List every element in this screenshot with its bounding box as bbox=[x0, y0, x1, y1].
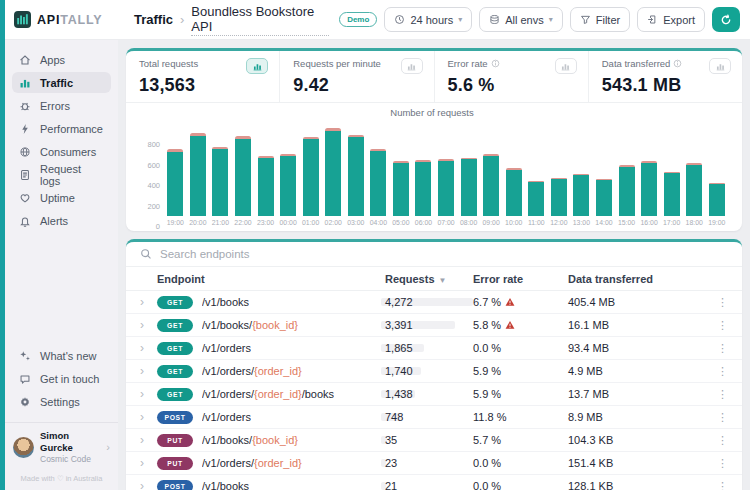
sidebar-item-performance[interactable]: Performance bbox=[12, 118, 111, 139]
endpoint-row[interactable]: ›GET/v1/orders/{order_id}/books1,4385.9 … bbox=[126, 383, 742, 406]
row-menu-button[interactable]: ⋮ bbox=[710, 296, 728, 309]
endpoint-row[interactable]: ›GET/v1/orders/{order_id}1,7405.9 %4.9 M… bbox=[126, 360, 742, 383]
app-logo[interactable]: APITALLY bbox=[5, 0, 118, 40]
row-menu-button[interactable]: ⋮ bbox=[710, 457, 728, 470]
error-rate-value: 5.9 % bbox=[473, 388, 501, 400]
breadcrumb-app-name[interactable]: Boundless Bookstore API bbox=[191, 4, 329, 36]
sidebar-item-alerts[interactable]: Alerts bbox=[12, 210, 111, 231]
chart-bar-success-segment bbox=[573, 175, 589, 216]
x-axis-tick: 19:00 bbox=[706, 219, 729, 226]
error-rate-value: 0.0 % bbox=[473, 457, 501, 469]
endpoint-row[interactable]: ›PUT/v1/orders/{order_id}230.0 %151.4 KB… bbox=[126, 452, 742, 475]
endpoint-row[interactable]: ›PUT/v1/books/{book_id}355.7 %104.3 KB⋮ bbox=[126, 429, 742, 452]
breadcrumb-section[interactable]: Traffic bbox=[134, 12, 173, 27]
info-icon bbox=[673, 59, 682, 68]
refresh-button[interactable] bbox=[712, 7, 740, 32]
sidebar-item-request-logs[interactable]: Request logs bbox=[12, 164, 111, 185]
chart-bar bbox=[615, 165, 638, 216]
sidebar-item-label: Apps bbox=[40, 54, 65, 66]
x-axis-tick: 09:00 bbox=[480, 219, 503, 226]
endpoint-path: /v1/books/{book_id} bbox=[202, 319, 298, 331]
stat-card-total-requests: Total requests13,563 bbox=[126, 51, 280, 102]
row-expand-chevron-icon[interactable]: › bbox=[140, 296, 157, 308]
method-badge: GET bbox=[157, 388, 193, 401]
sidebar-item-consumers[interactable]: Consumers bbox=[12, 141, 111, 162]
requests-value: 3,391 bbox=[385, 319, 413, 331]
sidebar-item-errors[interactable]: Errors bbox=[12, 95, 111, 116]
x-axis-tick: 03:00 bbox=[345, 219, 368, 226]
funnel-icon bbox=[580, 14, 591, 25]
chart-bar-success-segment bbox=[348, 137, 364, 216]
filter-button[interactable]: Filter bbox=[570, 7, 630, 32]
table-header: Endpoint Requests▼ Error rate Data trans… bbox=[126, 267, 742, 291]
chart-bar bbox=[457, 158, 480, 216]
endpoint-row[interactable]: ›GET/v1/books4,2726.7 %405.4 MB⋮ bbox=[126, 291, 742, 314]
stat-chart-toggle[interactable] bbox=[401, 58, 423, 74]
endpoint-path: /v1/books bbox=[202, 480, 249, 490]
app-logo-text: APITALLY bbox=[37, 13, 102, 27]
env-dropdown[interactable]: All envs▾ bbox=[479, 7, 563, 32]
user-profile[interactable]: Simon Gurcke Cosmic Code › bbox=[5, 422, 118, 471]
x-axis-tick: 17:00 bbox=[660, 219, 683, 226]
stat-chart-toggle[interactable] bbox=[555, 58, 577, 74]
chart-bar bbox=[345, 135, 368, 216]
sort-desc-icon: ▼ bbox=[439, 276, 447, 285]
endpoint-row[interactable]: ›POST/v1/orders74811.8 %8.9 MB⋮ bbox=[126, 406, 742, 429]
row-menu-button[interactable]: ⋮ bbox=[710, 480, 728, 490]
row-menu-button[interactable]: ⋮ bbox=[710, 319, 728, 332]
data-transferred-value: 104.3 KB bbox=[568, 434, 710, 446]
row-expand-chevron-icon[interactable]: › bbox=[140, 457, 157, 469]
row-menu-button[interactable]: ⋮ bbox=[710, 365, 728, 378]
sidebar-item-traffic[interactable]: Traffic bbox=[12, 72, 111, 93]
row-expand-chevron-icon[interactable]: › bbox=[140, 365, 157, 377]
requests-value: 35 bbox=[385, 434, 397, 446]
row-expand-chevron-icon[interactable]: › bbox=[140, 319, 157, 331]
row-expand-chevron-icon[interactable]: › bbox=[140, 434, 157, 446]
error-rate-value: 11.8 % bbox=[473, 411, 506, 423]
endpoint-path: /v1/orders/{order_id} bbox=[202, 365, 302, 377]
row-expand-chevron-icon[interactable]: › bbox=[140, 480, 157, 490]
chart-bar-success-segment bbox=[664, 173, 680, 216]
sidebar-item-get-in-touch[interactable]: Get in touch bbox=[12, 368, 111, 389]
sidebar-item-apps[interactable]: Apps bbox=[12, 49, 111, 70]
column-header-endpoint[interactable]: Endpoint bbox=[157, 273, 385, 285]
chart-bar bbox=[412, 160, 435, 216]
endpoint-row[interactable]: ›GET/v1/orders1,8650.0 %93.4 MB⋮ bbox=[126, 337, 742, 360]
method-badge: POST bbox=[157, 411, 193, 424]
chart-bar bbox=[660, 172, 683, 216]
row-expand-chevron-icon[interactable]: › bbox=[140, 342, 157, 354]
row-menu-button[interactable]: ⋮ bbox=[710, 342, 728, 355]
row-expand-chevron-icon[interactable]: › bbox=[140, 388, 157, 400]
endpoint-row[interactable]: ›POST/v1/books210.0 %128.1 KB⋮ bbox=[126, 475, 742, 490]
stat-label: Data transferred bbox=[602, 58, 683, 69]
data-transferred-value: 13.7 MB bbox=[568, 388, 710, 400]
search-endpoints-input[interactable] bbox=[160, 248, 728, 260]
stat-label: Requests per minute bbox=[293, 58, 381, 69]
column-header-requests[interactable]: Requests▼ bbox=[385, 273, 473, 285]
column-header-error-rate[interactable]: Error rate bbox=[473, 273, 568, 285]
row-expand-chevron-icon[interactable]: › bbox=[140, 411, 157, 423]
x-axis-tick: 01:00 bbox=[299, 219, 322, 226]
column-header-data-transferred[interactable]: Data transferred bbox=[568, 273, 710, 285]
sidebar-item-label: Errors bbox=[40, 100, 70, 112]
sidebar-item-label: Request logs bbox=[40, 163, 104, 187]
chevron-down-icon: ▾ bbox=[458, 15, 462, 24]
sidebar-item-uptime[interactable]: Uptime bbox=[12, 187, 111, 208]
sidebar-item-settings[interactable]: Settings bbox=[12, 391, 111, 412]
row-menu-button[interactable]: ⋮ bbox=[710, 411, 728, 424]
row-menu-button[interactable]: ⋮ bbox=[710, 434, 728, 447]
error-rate-value: 0.0 % bbox=[473, 480, 501, 490]
error-rate-value: 5.7 % bbox=[473, 434, 501, 446]
sidebar-item-label: Uptime bbox=[40, 192, 75, 204]
x-axis-tick: 04:00 bbox=[367, 219, 390, 226]
export-button[interactable]: Export bbox=[637, 7, 705, 32]
sidebar-item-what-s-new[interactable]: What's new bbox=[12, 345, 111, 366]
time-range-dropdown[interactable]: 24 hours▾ bbox=[384, 7, 472, 32]
endpoint-row[interactable]: ›GET/v1/books/{book_id}3,3915.8 %16.1 MB… bbox=[126, 314, 742, 337]
chevron-down-icon: ▾ bbox=[549, 15, 553, 24]
stat-chart-toggle[interactable] bbox=[246, 58, 268, 74]
row-menu-button[interactable]: ⋮ bbox=[710, 388, 728, 401]
requests-value: 21 bbox=[385, 480, 397, 490]
stat-chart-toggle[interactable] bbox=[709, 58, 731, 74]
stat-card-data-transferred: Data transferred543.1 MB bbox=[589, 51, 742, 102]
